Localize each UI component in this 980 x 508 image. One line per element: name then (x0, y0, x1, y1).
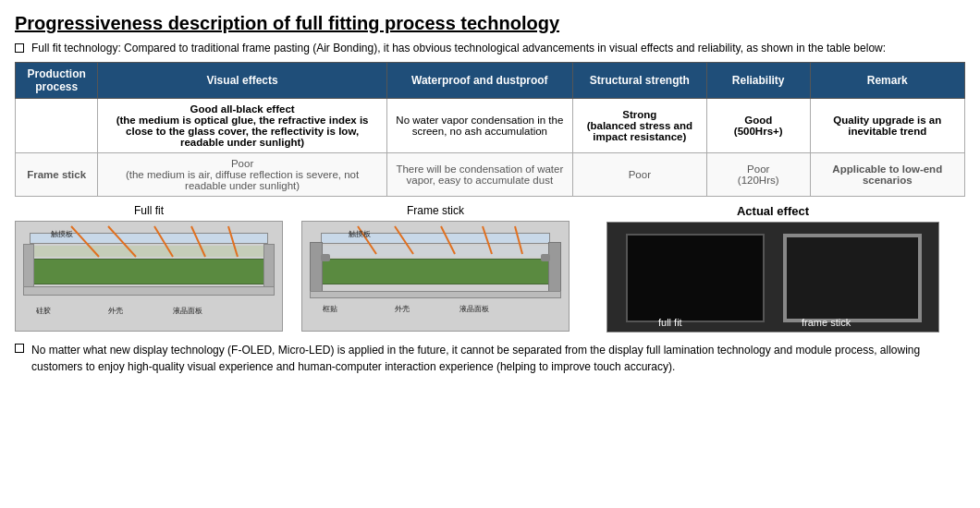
framestick-diagram: 触摸板 框贴 外壳 液晶面板 (301, 221, 570, 332)
framestick-label: Frame stick (407, 204, 464, 217)
label-silica: 硅胶 (36, 306, 51, 316)
cell-structural-framestick: Poor (572, 153, 706, 197)
svg-line-6 (395, 226, 413, 254)
fs-diagram-arrows (302, 222, 569, 331)
intro-text: Full fit technology: Compared to traditi… (31, 42, 886, 54)
col-header-remark: Remark (810, 63, 964, 99)
table-row-framestick: Frame stick Poor(the medium is air, diff… (16, 153, 965, 197)
cell-visual-fullfit: Good all-black effect (the medium is opt… (98, 99, 387, 153)
comparison-table: Production process Visual effects Waterp… (15, 62, 965, 197)
col-header-process: Production process (16, 63, 98, 99)
cell-waterproof-framestick: There will be condensation of water vapo… (386, 153, 572, 197)
cell-reliability-framestick: Poor(120Hrs) (706, 153, 810, 197)
framestick-diagram-block: Frame stick 触摸板 (301, 204, 570, 332)
label-touch: 触摸板 (51, 229, 73, 239)
svg-line-9 (515, 226, 522, 254)
fs-label-shell: 外壳 (395, 304, 410, 314)
col-header-waterproof: Waterproof and dustproof (386, 63, 572, 99)
fullfit-diagram-block: Full fit 触摸板 硅胶 外壳 液晶面板 (15, 204, 283, 332)
svg-line-7 (441, 226, 455, 254)
svg-line-0 (71, 226, 99, 257)
page-title: Progressiveness description of full fitt… (15, 13, 965, 34)
col-header-visual: Visual effects (98, 63, 387, 99)
label-lcd: 液晶面板 (173, 306, 202, 316)
bottom-note: No matter what new display technology (F… (15, 342, 965, 375)
bottom-bullet-icon (15, 344, 24, 353)
cell-waterproof-fullfit: No water vapor condensation in the scree… (386, 99, 572, 153)
svg-line-2 (154, 226, 173, 257)
fs-label-frame: 框贴 (323, 304, 337, 314)
cell-reliability-fullfit: Good(500Hrs+) (706, 99, 810, 153)
cell-remark-fullfit: Quality upgrade is an inevitable trend (810, 99, 964, 153)
fullfit-diagram: 触摸板 硅胶 外壳 液晶面板 (15, 221, 283, 332)
bullet-icon (15, 43, 24, 53)
svg-line-3 (191, 226, 205, 257)
svg-line-4 (228, 226, 238, 257)
col-header-reliability: Reliability (706, 63, 810, 99)
col-header-structural: Structural strength (572, 63, 706, 99)
bottom-note-text: No matter what new display technology (F… (31, 342, 965, 375)
table-row-fullfit: Full fit Good all-black effect (the medi… (16, 99, 965, 153)
fullfit-label: Full fit (134, 204, 164, 217)
cell-process-framestick: Frame stick (16, 153, 98, 197)
intro-paragraph: Full fit technology: Compared to traditi… (15, 42, 965, 54)
actual-effect-block: Actual effect full fit frame stick (606, 204, 939, 333)
framestick-screen (783, 234, 922, 322)
diagrams-section: Full fit 触摸板 硅胶 外壳 液晶面板 (15, 204, 965, 333)
actual-effect-label: Actual effect (737, 204, 809, 218)
label-shell: 外壳 (108, 306, 123, 316)
fs-label-touch: 触摸板 (349, 229, 371, 239)
svg-line-1 (108, 226, 136, 257)
cell-process-fullfit: Full fit (16, 99, 98, 153)
fullfit-screen (626, 234, 765, 322)
fs-label-lcd: 液晶面板 (459, 304, 489, 314)
cell-remark-framestick: Applicable to low-end scenarios (810, 153, 964, 197)
cell-visual-framestick: Poor(the medium is air, diffuse reflecti… (98, 153, 387, 197)
actual-effect-image: full fit frame stick (606, 222, 939, 333)
cell-structural-fullfit: Strong(balanced stress and impact resist… (572, 99, 706, 153)
svg-line-8 (483, 226, 492, 254)
actual-fullfit-label: full fit (658, 317, 682, 328)
actual-framestick-label: frame stick (802, 317, 851, 328)
